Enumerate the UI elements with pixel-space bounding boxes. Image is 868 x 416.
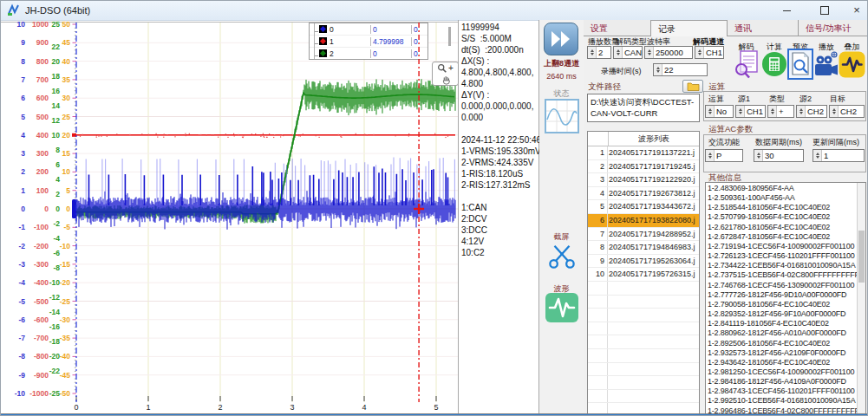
axis-tick-label: -10 [1, 389, 25, 398]
overlay-button[interactable] [839, 49, 865, 80]
op-target-value: CH2 [839, 106, 864, 117]
info-line: 0.000,0.000,0.000, [461, 101, 538, 112]
spinner-arrows-icon[interactable] [736, 106, 745, 117]
op-mode-spinner[interactable]: No [705, 105, 734, 118]
other-info-scrollbar[interactable] [857, 183, 865, 413]
channel-marker-icon [319, 37, 327, 45]
axis-tick-label: 5 [1, 113, 25, 121]
other-info-line: 1-2.483069-180956F4-AA [708, 184, 857, 193]
spinner-arrows-icon[interactable] [768, 106, 777, 117]
other-info-list[interactable]: 1-2.483069-180956F4-AA1-2.509361-100AF45… [705, 182, 866, 414]
spinner-arrows-icon[interactable] [695, 47, 704, 58]
ac-function-spinner[interactable]: P [705, 149, 743, 162]
info-line [461, 123, 538, 134]
axis-tick-label: 5 [58, 186, 70, 195]
decode-magnifier-doc-icon [733, 49, 760, 79]
other-info-line: 1-2.829352-1812F456-9F10A00F0000FD [708, 309, 857, 319]
file-path-field[interactable]: D:\快速访问资料\DCCTEST-CAN-VOLT-CURR [587, 94, 700, 122]
wave-list-row[interactable]: 82024051717194846983.j [588, 241, 699, 255]
close-button[interactable]: × [842, 1, 868, 20]
maximize-button[interactable] [810, 1, 839, 20]
ac-header: 更新间隔(ms) [813, 137, 859, 148]
info-line: 1-RIS:18.120uS [461, 168, 538, 179]
wave-row-index: 10 [588, 268, 608, 281]
ac-period-spinner[interactable]: 30 [754, 149, 804, 162]
op-source2-spinner[interactable]: CH2 [796, 105, 827, 118]
status-waveform-thumbnail[interactable] [545, 99, 579, 133]
axis-tick-label: 300 [25, 149, 49, 158]
wave-list-empty-row [588, 335, 699, 349]
wave-list-row[interactable]: 102024051717195726315.j [588, 268, 699, 282]
waveform-button[interactable] [545, 293, 578, 322]
spinner-arrows-icon[interactable] [614, 47, 623, 58]
op-target-spinner[interactable]: CH2 [829, 105, 865, 118]
spinner-arrows-icon[interactable] [797, 106, 806, 117]
axis-tick-label: -1000 [25, 389, 49, 398]
wave-list-row[interactable]: 22024051717191719245.j [588, 160, 699, 174]
scrollbar-thumb[interactable] [858, 231, 865, 283]
axis-tick-label: -2 [1, 242, 25, 250]
ac-interval-value: 1 [822, 150, 864, 161]
axis-tick-label: 6 [49, 160, 60, 169]
wave-list-row[interactable]: 62024051717193822080.j [588, 214, 699, 228]
play-count-spinner[interactable]: 2 [587, 46, 611, 59]
op-type-spinner[interactable]: + [767, 105, 794, 118]
record-time-spinner[interactable]: 22 [653, 63, 708, 76]
wave-list-row[interactable]: 12024051717191137221.j [588, 146, 699, 160]
ac-header: 交流功能 [708, 137, 740, 148]
screenshot-button[interactable] [547, 242, 577, 273]
axis-tick-label: -14 [49, 308, 60, 316]
legend-scrollbar[interactable] [448, 27, 451, 46]
tab-record[interactable]: 记录 [651, 20, 728, 36]
op-source1-spinner[interactable]: CH1 [735, 105, 766, 118]
play-button[interactable] [813, 49, 839, 80]
calculate-button[interactable] [761, 49, 787, 80]
pan-tool[interactable] [441, 74, 451, 85]
axis-tick-label: 8 [49, 146, 60, 154]
axis-tick-label: 700 [25, 75, 49, 84]
tab-communication[interactable]: 通讯 [728, 20, 799, 36]
spinner-arrows-icon[interactable] [813, 150, 822, 161]
baud-spinner[interactable]: 250000 [644, 46, 693, 59]
preview-button[interactable] [787, 49, 813, 80]
axis-tick-label: 18 [49, 72, 60, 81]
wave-list-row[interactable]: 42024051717192673812.j [588, 187, 699, 201]
browse-folder-button[interactable] [682, 80, 703, 93]
zoom-tool[interactable]: + [437, 62, 454, 74]
op-header: 源2 [799, 94, 812, 105]
decode-channel-spinner[interactable]: CH1 [695, 46, 724, 59]
axis-tick-label: -40 [58, 352, 70, 361]
axis-tick-label: -700 [25, 334, 49, 342]
axis-tick-label: -4 [1, 278, 25, 287]
axis-tick-label: 4 [49, 175, 60, 184]
tab-settings[interactable]: 设置 [584, 20, 651, 36]
info-line: 2:DCV [461, 213, 538, 224]
spinner-arrows-icon[interactable] [706, 150, 715, 161]
wave-row-filename: 2024051717195726315.j [608, 268, 699, 281]
tab-signal-power[interactable]: 信号/功率计 [799, 20, 868, 36]
wave-list-row[interactable]: 92024051717195263064.j [588, 255, 699, 269]
wave-list-row[interactable]: 72024051717194288952.j [588, 228, 699, 242]
info-line: 2-VRMS:424.335V [461, 157, 538, 168]
wave-list[interactable]: 波形列表12024051717191137221.j22024051717191… [587, 131, 700, 414]
wave-list-row[interactable]: 52024051717193443672.j [588, 200, 699, 214]
decode-type-spinner[interactable]: CAN [613, 46, 643, 59]
axis-tick-label: 0 [58, 205, 70, 213]
decode-button[interactable] [732, 49, 760, 80]
wave-list-row[interactable]: 32024051717192122920.j [588, 173, 699, 187]
spinner-arrows-icon[interactable] [754, 150, 763, 161]
spinner-arrows-icon[interactable] [645, 47, 654, 58]
ac-interval-spinner[interactable]: 1 [813, 149, 865, 162]
page-up-channels-button[interactable] [544, 23, 578, 55]
wave-row-filename: 2024051717194288952.j [608, 228, 699, 241]
info-line: 4.800,4.800,4.800, [461, 67, 538, 78]
axis-tick-label: -600 [25, 315, 49, 324]
magnifier-icon [437, 63, 447, 74]
spinner-arrows-icon[interactable] [830, 106, 839, 117]
minimize-button[interactable] [772, 1, 801, 20]
spinner-arrows-icon[interactable] [706, 106, 715, 117]
axis-tick-label: -200 [25, 242, 49, 250]
info-line: 11999994 [461, 22, 538, 33]
spinner-arrows-icon[interactable] [654, 64, 662, 75]
spinner-arrows-icon[interactable] [588, 47, 597, 58]
